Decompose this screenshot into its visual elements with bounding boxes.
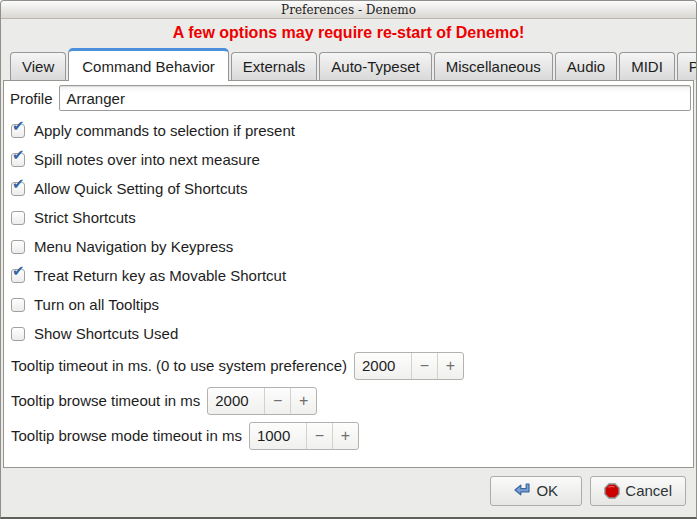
tab-externals[interactable]: Externals: [231, 52, 318, 80]
tooltip-timeout-row: Tooltip timeout in ms. (0 to use system …: [6, 348, 691, 383]
tab-command-behavior[interactable]: Command Behavior: [68, 48, 229, 81]
checkbox-spill-notes[interactable]: ✔: [11, 153, 25, 167]
checkbox-return-movable[interactable]: ✔: [11, 269, 25, 283]
cancel-button[interactable]: Cancel: [590, 476, 686, 506]
checkbox-row-quick-shortcuts[interactable]: ✔ Allow Quick Setting of Shortcuts: [6, 174, 691, 203]
checkbox-tooltips-on[interactable]: ✔: [11, 298, 25, 312]
checkbox-menu-navigation[interactable]: ✔: [11, 240, 25, 254]
enter-arrow-icon: [514, 483, 531, 498]
checkbox-quick-shortcuts[interactable]: ✔: [11, 182, 25, 196]
checkbox-row-spill-notes[interactable]: ✔ Spill notes over into next measure: [6, 145, 691, 174]
tab-midi[interactable]: MIDI: [619, 52, 675, 80]
spin-decrement-button[interactable]: −: [411, 353, 437, 379]
spin-decrement-button[interactable]: −: [306, 423, 332, 449]
checkbox-apply-commands[interactable]: ✔: [11, 124, 25, 138]
tab-miscellaneous[interactable]: Miscellaneous: [434, 52, 553, 80]
checkbox-row-strict-shortcuts[interactable]: ✔ Strict Shortcuts: [6, 203, 691, 232]
profile-label: Profile: [6, 90, 59, 107]
window-titlebar[interactable]: Preferences - Denemo: [1, 1, 696, 19]
checkmark-icon: ✔: [12, 264, 25, 279]
spin-increment-button[interactable]: +: [332, 423, 358, 449]
spin-increment-button[interactable]: +: [437, 353, 463, 379]
preferences-tab-bar: View Command Behavior Externals Auto-Typ…: [1, 46, 696, 80]
tab-view[interactable]: View: [10, 52, 66, 80]
checkmark-icon: ✔: [12, 148, 25, 163]
profile-input[interactable]: Arranger: [59, 85, 691, 111]
stop-octagon-icon: [604, 483, 620, 499]
spin-value[interactable]: 2000: [355, 353, 411, 379]
preferences-dialog: Preferences - Denemo A few options may r…: [0, 0, 697, 519]
spin-value[interactable]: 1000: [250, 423, 306, 449]
spinbutton-tooltip-browse-timeout: 2000 − +: [207, 387, 317, 415]
window-title: Preferences - Denemo: [281, 4, 416, 16]
spin-increment-button[interactable]: +: [290, 388, 316, 414]
checkbox-row-menu-navigation[interactable]: ✔ Menu Navigation by Keypress: [6, 232, 691, 261]
spin-value[interactable]: 2000: [208, 388, 264, 414]
checkmark-icon: ✔: [12, 119, 25, 134]
command-behavior-panel: Profile Arranger ✔ Apply commands to sel…: [3, 80, 694, 468]
checkbox-strict-shortcuts[interactable]: ✔: [11, 211, 25, 225]
spin-decrement-button[interactable]: −: [264, 388, 290, 414]
profile-value: Arranger: [67, 90, 125, 107]
checkbox-row-tooltips-on[interactable]: ✔ Turn on all Tooltips: [6, 290, 691, 319]
ok-button[interactable]: OK: [490, 476, 582, 506]
checkbox-show-shortcuts[interactable]: ✔: [11, 327, 25, 341]
tab-pitch-entry[interactable]: Pitch Entry: [677, 52, 697, 80]
profile-row: Profile Arranger: [6, 84, 691, 112]
tooltip-browse-timeout-row: Tooltip browse timeout in ms 2000 − +: [6, 383, 691, 418]
checkmark-icon: ✔: [12, 177, 25, 192]
checkbox-row-apply-commands[interactable]: ✔ Apply commands to selection if present: [6, 116, 691, 145]
tooltip-browse-mode-timeout-row: Tooltip browse mode timeout in ms 1000 −…: [6, 418, 691, 453]
tab-audio[interactable]: Audio: [555, 52, 617, 80]
dialog-action-area: OK Cancel: [1, 468, 696, 519]
tab-auto-typeset[interactable]: Auto-Typeset: [319, 52, 431, 80]
checkbox-row-show-shortcuts[interactable]: ✔ Show Shortcuts Used: [6, 319, 691, 348]
spinbutton-tooltip-timeout: 2000 − +: [354, 352, 464, 380]
restart-warning-text: A few options may require re-start of De…: [1, 19, 696, 46]
spinbutton-tooltip-browse-mode-timeout: 1000 − +: [249, 422, 359, 450]
checkbox-row-return-movable[interactable]: ✔ Treat Return key as Movable Shortcut: [6, 261, 691, 290]
